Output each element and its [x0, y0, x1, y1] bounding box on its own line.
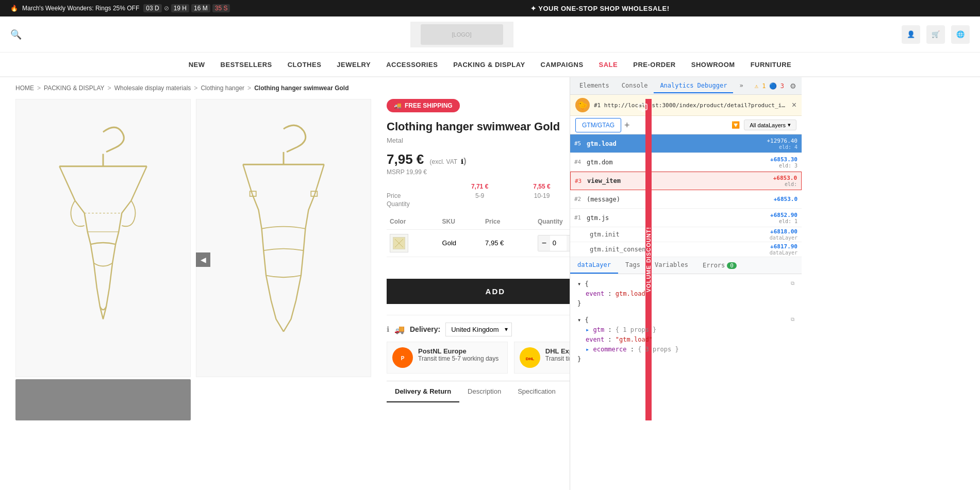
svg-rect-19 — [639, 104, 647, 110]
variant-color-swatch[interactable] — [387, 229, 439, 257]
analytics-duck-icon: 🐤 — [575, 98, 590, 112]
event-gtm-init-consent[interactable]: gtm.init_consent +6817.90 dataLayer — [570, 242, 802, 257]
nav-accessories[interactable]: ACCESSORIES — [386, 54, 438, 76]
json-expand-gtm[interactable]: ▸ — [586, 326, 593, 333]
price-vat: (excl. VAT — [430, 158, 458, 165]
tags-tab[interactable]: Tags — [618, 257, 647, 274]
json-key-ecommerce: ecommerce — [593, 346, 626, 353]
event-eld-1: eld: 1 — [770, 218, 798, 224]
analytics-header: 🐤 #1 http://localhost:3000/index/product… — [570, 95, 802, 116]
svg-line-2 — [59, 166, 75, 201]
variant-price: 7,95 € — [482, 229, 535, 257]
tab-description[interactable]: Description — [459, 381, 509, 402]
postnl-info: PostNL Europe Transit time 5-7 working d… — [418, 347, 499, 362]
event-gtm-dom[interactable]: #4 gtm.dom +6853.30 eld: 3 — [570, 153, 802, 172]
gtm-add-button[interactable]: + — [624, 121, 630, 130]
language-icon[interactable]: 🌐 — [951, 25, 970, 44]
gtm-gtag-tab[interactable]: GTM/GTAG — [575, 118, 621, 132]
qty-input[interactable] — [550, 235, 567, 251]
breadcrumb-sep-2: > — [108, 85, 111, 92]
price-value: 7,95 € — [387, 151, 424, 167]
secondary-product-image[interactable] — [196, 99, 371, 377]
country-select[interactable]: United Kingdom — [445, 323, 512, 336]
event-gtm-init[interactable]: gtm.init +6818.00 dataLayer — [570, 227, 802, 242]
nav-furniture[interactable]: FURNITURE — [751, 54, 792, 76]
json-ecommerce-line: ▸ ecommerce : { 3 props } — [577, 345, 794, 354]
filter-icon[interactable]: 🔽 — [729, 120, 742, 130]
product-detail: ◀ 🚚 FREE SHIPPING Clothing hanger swimwe… — [0, 99, 570, 420]
event-count-3: +6853.0 — [773, 175, 797, 181]
nav-sale[interactable]: SALE — [599, 54, 618, 76]
announcement-left: 🔥 March's Weekly Wonders: Rings 25% OFF … — [10, 4, 230, 12]
variant-color-label: Gold — [439, 229, 483, 257]
json-expand-ecommerce[interactable]: ▸ — [586, 346, 593, 353]
nav-pre-order[interactable]: PRE-ORDER — [633, 54, 676, 76]
nav-showroom[interactable]: SHOWROOM — [691, 54, 735, 76]
account-icon[interactable]: 👤 — [902, 25, 920, 44]
main-layout: HOME > PACKING & DISPLAY > Wholesale dis… — [0, 77, 980, 490]
timer-minutes: 16 M — [191, 4, 210, 12]
cart-icon[interactable]: 🛒 — [926, 25, 945, 44]
breadcrumb-hanger[interactable]: Clothing hanger — [201, 85, 244, 92]
site-logo[interactable]: [LOGO] — [410, 22, 513, 47]
nav-packing-display[interactable]: PACKING & DISPLAY — [453, 54, 525, 76]
nav-bestsellers[interactable]: BESTSELLERS — [221, 54, 272, 76]
event-message[interactable]: #2 (message) +6853.0 — [570, 190, 802, 209]
event-eld-init: dataLayer — [770, 235, 798, 241]
copy-icon-2[interactable]: ⧉ — [791, 315, 794, 324]
nav-clothes[interactable]: CLOTHES — [288, 54, 322, 76]
event-name-gtm-init-consent: gtm.init_consent — [586, 246, 770, 253]
search-icon[interactable]: 🔍 — [10, 29, 22, 40]
breadcrumb-packing[interactable]: PACKING & DISPLAY — [44, 85, 105, 92]
event-eld-4: eld: 3 — [770, 163, 798, 168]
json-event-line-2: event : "gtm.load" — [577, 335, 794, 345]
event-name-gtm-load: gtm.load — [587, 140, 767, 147]
postnl-option: P PostNL Europe Transit time 5-7 working… — [387, 342, 508, 374]
gallery-prev-arrow[interactable]: ◀ — [196, 252, 210, 267]
datalayer-tab[interactable]: dataLayer — [570, 257, 618, 274]
json-val-ecommerce: { 3 props } — [638, 346, 678, 353]
devtools-tab-elements[interactable]: Elements — [573, 79, 616, 93]
breadcrumb-wholesale[interactable]: Wholesale display materials — [114, 85, 191, 92]
copy-icon-1[interactable]: ⧉ — [791, 279, 794, 288]
devtools-tab-more[interactable]: » — [733, 79, 749, 93]
event-num-1: #1 — [574, 214, 587, 221]
event-gtm-js[interactable]: #1 gtm.js +6852.90 eld: 1 — [570, 209, 802, 227]
errors-tab[interactable]: Errors 0 — [695, 257, 744, 274]
warning-badge: ⚠ 1 — [755, 82, 766, 90]
settings-icon[interactable]: ⚙ — [787, 80, 799, 92]
json-gtm-line: ▸ gtm : { 1 props } — [577, 325, 794, 335]
json-key-event-1: event — [586, 290, 604, 297]
nav-new[interactable]: NEW — [189, 54, 205, 76]
vol-price-2: 7,55 € — [511, 183, 573, 190]
tab-delivery-return[interactable]: Delivery & Return — [387, 381, 459, 402]
qty-decrease-btn[interactable]: − — [538, 235, 550, 251]
variables-tab[interactable]: Variables — [647, 257, 695, 274]
dhl-logo: DHL — [520, 347, 540, 368]
analytics-close-btn[interactable]: × — [792, 100, 796, 110]
breadcrumb-home[interactable]: HOME — [15, 85, 34, 92]
image-gallery: ◀ — [15, 99, 376, 420]
truck-delivery-icon: 🚚 — [394, 325, 405, 334]
event-num-5: #5 — [574, 140, 587, 147]
main-product-image[interactable] — [15, 99, 191, 377]
event-num-4: #4 — [574, 159, 587, 165]
event-right-1: +6852.90 eld: 1 — [770, 212, 798, 224]
col-price: Price — [482, 214, 535, 230]
devtools-tab-console[interactable]: Console — [616, 79, 654, 93]
devtools-tab-analytics[interactable]: Analytics Debugger — [654, 79, 733, 93]
svg-line-9 — [315, 164, 324, 194]
nav-campaigns[interactable]: CAMPAIGNS — [541, 54, 584, 76]
nav-jewelry[interactable]: JEWELRY — [337, 54, 371, 76]
monitor-icon — [638, 103, 647, 114]
countdown-timer: 03 D ⊘ 19 H 16 M 35 S — [143, 4, 230, 12]
event-view-item[interactable]: #3 view_item +6853.0 eld: — [570, 172, 802, 190]
event-count-5: +12976.40 — [767, 138, 798, 144]
event-gtm-load[interactable]: #5 gtm.load +12976.40 eld: 4 — [570, 134, 802, 153]
json-key-gtm: gtm — [593, 326, 604, 333]
volume-discount-sidebar[interactable]: Volume Discount! — [645, 99, 652, 420]
all-datalayers-btn[interactable]: All dataLayers ▾ — [744, 120, 796, 130]
devtools-icon-bar: ⚠ 1 🔵 3 ⚙ — [755, 80, 799, 92]
announcement-bar: 🔥 March's Weekly Wonders: Rings 25% OFF … — [0, 0, 980, 16]
tab-specification[interactable]: Specification — [509, 381, 564, 402]
